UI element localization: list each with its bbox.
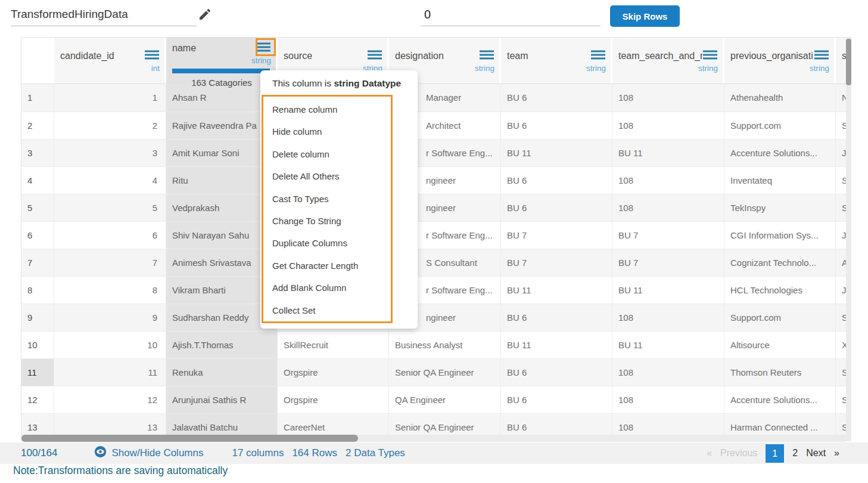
cell-team: BU 6 — [501, 386, 612, 413]
cell-last: Ja — [836, 140, 846, 166]
column-name: candidate_id — [60, 51, 114, 61]
column-name: previous_organisati... — [730, 51, 814, 61]
cell-candidate_id: 1 — [54, 84, 166, 112]
cell-previous_org: Thomson Reuters — [724, 359, 836, 386]
cell-last: S — [836, 359, 846, 386]
skip-rows-input[interactable] — [421, 5, 601, 26]
cell-name: Arunjunai Sathis R — [166, 386, 278, 413]
column-menu-icon[interactable] — [479, 50, 494, 62]
cell-team: BU 6 — [501, 84, 612, 112]
pagination-prev-button[interactable]: Previous — [720, 448, 757, 459]
cell-team: BU 7 — [501, 249, 612, 276]
cell-previous_org: Inventateq — [724, 167, 836, 194]
cell-team: BU 11 — [501, 277, 612, 304]
pagination-page-1[interactable]: 1 — [766, 444, 784, 463]
pagination-next-arrow[interactable]: » — [834, 448, 839, 459]
cell-last: N — [836, 84, 846, 112]
cell-team_search: BU 7 — [612, 249, 724, 276]
cell-candidate_id: 9 — [54, 304, 166, 331]
cell-last: Ja — [836, 222, 846, 249]
cell-candidate_id: 10 — [54, 332, 166, 358]
column-type-label: int — [60, 64, 160, 73]
cell-last: Ja — [836, 277, 846, 304]
dataset-name: TransformedHiringData — [11, 8, 128, 20]
pagination-page-2[interactable]: 2 — [792, 448, 798, 459]
table-row: 1111RenukaOrgspireSenior QA EngineerBU 6… — [21, 358, 846, 386]
dataset-name-field[interactable]: TransformedHiringData — [11, 5, 197, 26]
cell-previous_org: Accenture Solutions... — [724, 386, 836, 413]
column-type-label: string — [507, 64, 606, 73]
column-menu-icon[interactable] — [702, 50, 718, 62]
menu-items-box: Rename columnHide columnDelete columnDel… — [262, 95, 393, 323]
menu-item-delete-all-others[interactable]: Delete All Others — [263, 165, 391, 187]
cell-previous_org: HCL Technologies — [724, 277, 836, 304]
cell-team_search: 108 — [612, 304, 724, 331]
cell-team: BU 6 — [501, 359, 612, 386]
cell-last: X — [836, 332, 846, 358]
edit-pencil-icon[interactable] — [198, 7, 214, 24]
cell-team_search: BU 7 — [612, 222, 724, 249]
cell-previous_org: TekInspy — [724, 194, 836, 221]
menu-item-collect-set[interactable]: Collect Set — [263, 299, 391, 321]
cell-last: A — [836, 249, 846, 276]
cell-team_search: BU 11 — [612, 277, 724, 304]
table-row: 99Sudharshan ReddyngineerBU 6108Support.… — [21, 304, 846, 331]
cell-candidate_id: 4 — [54, 167, 166, 194]
cell-num: 12 — [21, 386, 54, 413]
cell-team: BU 6 — [501, 304, 612, 331]
menu-item-cast-to-types[interactable]: Cast To Types — [263, 188, 391, 210]
cell-team_search: 108 — [612, 84, 724, 112]
column-menu-icon[interactable] — [814, 50, 829, 62]
cell-previous_org: CGI Information Sys... — [724, 222, 836, 249]
table-row: 55VedprakashngineerBU 6108TekInspyS — [21, 194, 846, 221]
vertical-scrollbar-track[interactable] — [846, 37, 851, 441]
cell-previous_org: Athenahealth — [724, 84, 836, 112]
cell-num: 8 — [21, 277, 54, 304]
cell-team_search: BU 11 — [612, 140, 724, 166]
pagination-prev-arrow[interactable]: « — [707, 448, 712, 459]
pagination-next-button[interactable]: Next — [806, 448, 826, 459]
cell-num: 9 — [21, 304, 54, 331]
column-menu-icon[interactable] — [367, 50, 382, 62]
table-row: 77Animesh SrivastavaS ConsultantBU 7BU 7… — [21, 249, 846, 276]
cell-num: 6 — [21, 222, 54, 249]
cell-num: 5 — [21, 194, 54, 221]
skip-rows-button[interactable]: Skip Rows — [610, 5, 680, 27]
cell-num: 11 — [21, 359, 54, 386]
menu-item-delete-column[interactable]: Delete column — [263, 143, 391, 165]
table-row: 44RitungineerBU 6108InventateqS — [21, 166, 846, 194]
cell-candidate_id: 5 — [54, 194, 166, 221]
rows-count: 164 Rows — [292, 447, 337, 459]
show-hide-columns-button[interactable]: Show/Hide Columns — [94, 445, 203, 461]
column-menu-icon[interactable] — [590, 50, 606, 62]
horizontal-scrollbar-track[interactable] — [21, 435, 846, 442]
column-name: team — [507, 51, 528, 61]
menu-item-hide-column[interactable]: Hide column — [263, 120, 391, 143]
cell-last: S — [836, 167, 846, 194]
menu-item-get-character-length[interactable]: Get Character Length — [263, 255, 391, 277]
menu-item-add-blank-column[interactable]: Add Blank Column — [263, 277, 391, 299]
cell-previous_org: Altisource — [724, 332, 836, 358]
vertical-scrollbar-thumb[interactable] — [846, 39, 851, 85]
cell-num: 3 — [21, 140, 54, 166]
horizontal-scrollbar-thumb[interactable] — [21, 435, 358, 442]
cell-candidate_id: 12 — [54, 386, 166, 413]
cell-source: SkillRecruit — [278, 332, 389, 358]
menu-item-duplicate-columns[interactable]: Duplicate Columns — [263, 232, 391, 254]
menu-item-rename-column[interactable]: Rename column — [263, 98, 391, 120]
cell-candidate_id: 7 — [54, 249, 166, 276]
cell-last: S — [836, 112, 846, 139]
cell-designation: QA Engineer — [389, 386, 501, 413]
cell-num: 2 — [21, 112, 54, 139]
column-name: name — [172, 43, 196, 54]
column-menu-icon[interactable] — [144, 50, 160, 62]
cell-team: BU 6 — [501, 194, 612, 221]
table-body: 11Ahsan RManagerBU 6108AthenahealthN22Ra… — [21, 84, 846, 441]
table-row: 33Amit Kumar Sonir Software Eng...BU 11B… — [21, 139, 846, 166]
column-context-menu: This column is string Datatype Rename co… — [260, 70, 418, 329]
menu-item-change-to-string[interactable]: Change To String — [263, 210, 391, 232]
column-header-clipped: s — [836, 38, 846, 83]
eye-icon — [94, 445, 107, 461]
top-bar: TransformedHiringData Skip Rows — [0, 0, 868, 37]
column-header-candidate-id: candidate_id int — [54, 38, 166, 83]
